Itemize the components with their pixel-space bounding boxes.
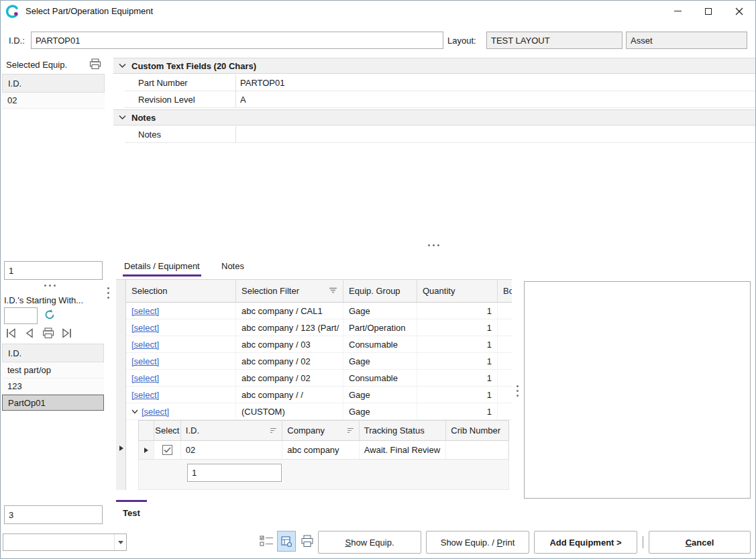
tab-label: Notes (221, 261, 244, 271)
nested-column-crib-number[interactable]: Crib Number (446, 421, 508, 440)
select-link[interactable]: [select] (131, 323, 159, 333)
splitter-grip[interactable] (515, 382, 520, 399)
nested-column-company[interactable]: Company (282, 421, 360, 440)
grid-edit-toggle-button[interactable] (277, 531, 296, 552)
print-records-button[interactable] (41, 327, 56, 340)
show-equip-print-button[interactable]: Show Equip. / Print (426, 531, 529, 554)
selection-filter-cell: abc company / 03 (236, 336, 343, 352)
quantity-cell: 1 (417, 336, 498, 352)
nested-column-tracking-status[interactable]: Tracking Status (360, 421, 447, 440)
selection-filter-cell: (CUSTOM) (236, 403, 343, 419)
filter-icon[interactable] (329, 287, 337, 295)
titlebar: Select Part/Operation Equipment (1, 1, 755, 21)
record-count-input[interactable] (4, 505, 103, 524)
equip-group-cell: Consumable (343, 336, 417, 352)
select-link[interactable]: [select] (131, 373, 159, 383)
nested-tracking-cell: Await. Final Review (360, 441, 447, 459)
field-value[interactable]: PARTOP01 (236, 74, 755, 91)
dialog-window: Select Part/Operation Equipment I.D.: La… (0, 0, 756, 559)
column-header-selection-filter[interactable]: Selection Filter (236, 280, 343, 302)
equipment-row-expanded: [select] (CUSTOM) Gage 1 (126, 403, 512, 420)
selected-grid-header[interactable]: I.D. (2, 74, 105, 93)
id-input[interactable] (31, 32, 443, 49)
select-link[interactable]: [select] (131, 340, 159, 350)
nav-first-button[interactable] (5, 327, 18, 339)
equipment-row: [select] abc company / CAL1 Gage 1 (126, 303, 512, 319)
window-title: Select Part/Operation Equipment (25, 6, 153, 16)
quantity-cell: 1 (417, 353, 498, 369)
sort-icon[interactable] (347, 427, 354, 434)
notes-section-header[interactable]: Notes (113, 109, 755, 125)
tab-details-equipment[interactable]: Details / Equipment (123, 258, 201, 276)
bottom-combobox[interactable] (3, 533, 127, 551)
custom-text-section-title: Custom Text Fields (20 Chars) (131, 61, 256, 71)
tab-test[interactable]: Test (123, 508, 140, 518)
equipment-list-panel[interactable] (524, 281, 751, 499)
toolbar-separator (643, 536, 643, 548)
maximize-button[interactable] (693, 1, 724, 21)
show-equip-button[interactable]: Show Equip. (318, 531, 421, 554)
selected-equip-label: Selected Equip. (6, 60, 67, 70)
starting-with-input[interactable] (4, 307, 38, 324)
field-label: Revision Level (125, 91, 236, 107)
minimize-button[interactable] (662, 1, 693, 21)
select-link[interactable]: [select] (142, 407, 169, 417)
select-checkbox[interactable] (162, 445, 172, 455)
column-chooser-icon[interactable] (260, 535, 274, 548)
tab-notes[interactable]: Notes (220, 258, 246, 276)
nested-column-select[interactable]: Select (154, 421, 181, 440)
select-link[interactable]: [select] (131, 356, 159, 366)
cancel-button[interactable]: Cancel (649, 531, 751, 554)
nested-quantity-input[interactable] (187, 464, 282, 482)
add-equipment-button[interactable]: Add Equipment > (534, 531, 637, 554)
row-header-strip (116, 280, 126, 490)
column-header-quantity[interactable]: Quantity (417, 280, 498, 302)
equip-group-cell: Consumable (343, 370, 417, 386)
print-icon[interactable] (300, 535, 315, 548)
column-header-bo[interactable]: Bo (498, 280, 512, 302)
equip-group-cell: Part/Operation (343, 319, 417, 336)
nested-grid-footer (138, 460, 509, 490)
id-row-selected[interactable]: PartOp01 (2, 395, 104, 411)
layout-input[interactable] (486, 32, 623, 49)
select-link[interactable]: [select] (131, 390, 159, 400)
equip-group-cell: Gage (343, 387, 417, 403)
selection-filter-cell: abc company / 123 (Part/ (236, 319, 343, 336)
nested-equipment-grid: Select I.D. Company Tracking Status Crib… (138, 420, 509, 490)
column-header-equip-group[interactable]: Equip. Group (343, 280, 417, 302)
splitter-grip[interactable] (40, 283, 60, 288)
id-row[interactable]: 123 (2, 378, 104, 395)
field-value[interactable] (236, 126, 755, 142)
chevron-down-icon[interactable] (114, 534, 126, 550)
nested-company-cell: abc company (282, 441, 360, 459)
record-position-input[interactable] (4, 261, 103, 280)
close-icon (735, 7, 743, 15)
print-selected-icon[interactable] (89, 58, 101, 70)
id-grid-header[interactable]: I.D. (2, 344, 104, 362)
refresh-icon[interactable] (44, 309, 56, 321)
splitter-grip[interactable] (423, 242, 443, 248)
splitter-grip[interactable] (105, 284, 111, 301)
field-value[interactable]: A (236, 91, 755, 107)
nested-column-id[interactable]: I.D. (181, 421, 282, 440)
id-label: I.D.: (9, 36, 25, 46)
sort-icon[interactable] (270, 427, 277, 434)
nav-prev-button[interactable] (23, 327, 36, 339)
nav-last-button[interactable] (60, 327, 73, 339)
current-row-arrow-icon (119, 445, 124, 452)
selected-grid-row[interactable]: 02 (2, 93, 105, 109)
collapse-row-icon[interactable] (131, 409, 138, 414)
asset-input[interactable] (626, 32, 747, 49)
app-logo-icon (6, 5, 19, 18)
column-header-selection[interactable]: Selection (126, 280, 236, 302)
close-button[interactable] (724, 1, 755, 21)
equipment-grid: Selection Selection Filter Equip. Group … (116, 279, 512, 489)
current-row-arrow-icon (144, 447, 149, 454)
quantity-cell: 1 (417, 387, 498, 403)
id-row[interactable]: test part/op (2, 362, 104, 378)
checkmark-icon (164, 447, 171, 453)
section-collapse-icon (119, 63, 126, 68)
layout-label: Layout: (447, 36, 476, 46)
custom-text-section-header[interactable]: Custom Text Fields (20 Chars) (113, 58, 755, 74)
select-link[interactable]: [select] (131, 306, 159, 316)
